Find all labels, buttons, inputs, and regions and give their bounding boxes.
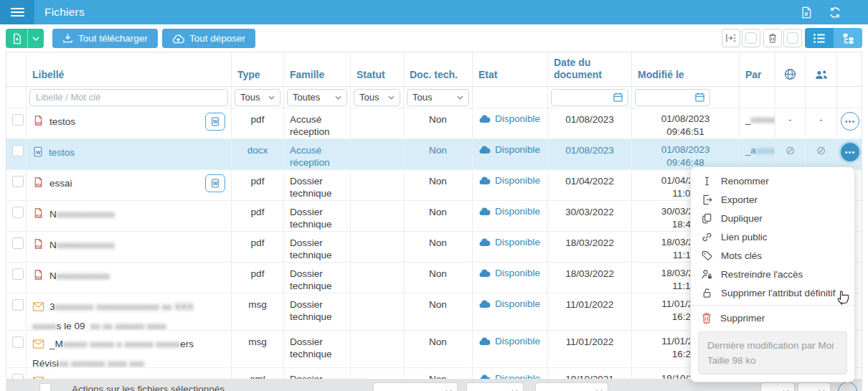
table-header-row: Libellé Type Famille Statut Doc. tech. E… bbox=[6, 52, 862, 87]
file-label[interactable]: Nxxxxxxxxxxx bbox=[49, 270, 110, 281]
statut-filter-select[interactable]: Tous bbox=[354, 89, 400, 106]
famille-filter-select[interactable]: Toutes bbox=[287, 89, 347, 106]
file-label-cell: 3xxxxxxxx xxxxxxxxxxxxx xx XXX xxxxxs le… bbox=[27, 293, 232, 330]
document-date-filter[interactable] bbox=[551, 89, 628, 106]
file-type-icon: PDF bbox=[32, 268, 44, 287]
doc-tech-cell: Non bbox=[404, 108, 473, 138]
cloud-icon bbox=[478, 114, 491, 123]
label-filter-input[interactable] bbox=[29, 89, 228, 106]
menu-item-remove-definitive-attribute[interactable]: Supprimer l'attribut définitif bbox=[691, 283, 854, 302]
row-checkbox[interactable] bbox=[12, 114, 24, 126]
row-checkbox-cell bbox=[6, 170, 27, 200]
word-version-button[interactable]: W bbox=[205, 113, 225, 131]
empty-checkbox[interactable] bbox=[787, 32, 798, 44]
list-view-button[interactable] bbox=[805, 28, 834, 48]
header-actions bbox=[837, 52, 863, 86]
svg-text:PDF: PDF bbox=[36, 121, 42, 125]
show-deleted-button[interactable] bbox=[763, 29, 782, 47]
row-checkbox[interactable] bbox=[12, 207, 24, 218]
file-plus-icon[interactable] bbox=[6, 29, 28, 48]
menu-item-rename[interactable]: Renommer bbox=[691, 171, 854, 190]
access-cell: - bbox=[806, 108, 837, 138]
row-checkbox[interactable] bbox=[12, 268, 24, 280]
row-checkbox[interactable] bbox=[12, 299, 24, 311]
table-row[interactable]: PDF testos W pdf Accusé réception Non Di… bbox=[6, 108, 862, 139]
file-label[interactable]: Nxxxxxxxxxxxx bbox=[49, 209, 115, 220]
header-type[interactable]: Type bbox=[232, 52, 284, 86]
etat-label: Disponible bbox=[495, 336, 540, 347]
header-etat[interactable]: Etat bbox=[473, 52, 548, 86]
row-actions-button[interactable]: ••• bbox=[841, 143, 859, 161]
doc-tech-filter-select[interactable]: Tous bbox=[407, 89, 469, 106]
word-version-button[interactable]: W bbox=[205, 174, 225, 192]
modified-date-filter[interactable] bbox=[635, 89, 710, 106]
header-libelle[interactable]: Libellé bbox=[27, 52, 232, 86]
refresh-icon[interactable] bbox=[828, 6, 842, 19]
row-checkbox[interactable] bbox=[12, 176, 24, 187]
menu-item-delete[interactable]: Supprimer bbox=[691, 308, 854, 327]
famille-cell: Dossier technique bbox=[284, 293, 351, 330]
header-statut[interactable]: Statut bbox=[351, 52, 404, 86]
download-all-button[interactable]: Tout télécharger bbox=[52, 29, 158, 48]
modified-date-cell: 01/08/202309:46:48 bbox=[632, 139, 740, 169]
menu-item-duplicate[interactable]: Dupliquer bbox=[691, 209, 854, 227]
bulk-action-select-4[interactable] bbox=[760, 382, 795, 391]
row-checkbox-cell bbox=[6, 263, 27, 293]
bulk-action-select-1[interactable] bbox=[373, 382, 458, 391]
menu-toggle-button[interactable] bbox=[0, 0, 34, 24]
file-type-icon: PDF bbox=[32, 207, 44, 225]
cloud-icon bbox=[478, 176, 491, 185]
header-public-link[interactable] bbox=[775, 52, 806, 86]
header-date-document[interactable]: Date du document bbox=[548, 52, 632, 86]
menu-item-keywords[interactable]: Mots clés bbox=[691, 246, 854, 265]
header-par[interactable]: Par bbox=[740, 52, 775, 86]
etat-label: Disponible bbox=[495, 237, 540, 248]
header-famille[interactable]: Famille bbox=[284, 52, 351, 86]
menu-item-public-link[interactable]: Lien public bbox=[691, 227, 854, 246]
file-label[interactable]: Nxxxxxxxxxxxx bbox=[49, 240, 115, 250]
doc-tech-cell: Non bbox=[404, 331, 473, 367]
bulk-action-select-5[interactable] bbox=[798, 382, 831, 391]
filter-row: Tous Toutes Tous Tous bbox=[6, 87, 862, 108]
excel-export-icon[interactable] bbox=[799, 6, 813, 19]
row-checkbox-cell bbox=[6, 139, 27, 169]
file-label[interactable]: _Mxxxxx xxxxx x xxxxxx xxxxxers Révisixx… bbox=[32, 339, 194, 367]
header-doc-tech[interactable]: Doc. tech. bbox=[404, 52, 473, 86]
tree-view-button[interactable] bbox=[834, 28, 862, 48]
row-checkbox[interactable] bbox=[12, 145, 24, 156]
menu-divider bbox=[691, 305, 854, 306]
menu-item-restrict-access[interactable]: Restreindre l'accès bbox=[691, 265, 854, 283]
header-access[interactable] bbox=[806, 52, 837, 86]
bulk-more-actions-button[interactable]: ••• bbox=[838, 382, 857, 391]
menu-item-export[interactable]: Exporter bbox=[691, 190, 854, 209]
header-modifie-le[interactable]: Modifié le bbox=[632, 52, 740, 86]
type-cell: pdf bbox=[232, 232, 284, 262]
new-file-split-button[interactable] bbox=[6, 29, 44, 48]
bulk-action-select-2[interactable] bbox=[466, 382, 524, 391]
public-link-icon bbox=[701, 231, 713, 243]
famille-cell: Dossier technique bbox=[284, 263, 351, 293]
row-actions-button[interactable]: ••• bbox=[841, 112, 859, 131]
row-checkbox[interactable] bbox=[12, 237, 24, 249]
file-label[interactable]: testos bbox=[49, 116, 75, 127]
file-label[interactable]: testos bbox=[49, 147, 75, 158]
table-row[interactable]: W testos docx Accusé réception Non Dispo… bbox=[6, 139, 862, 170]
row-checkbox[interactable] bbox=[12, 336, 24, 348]
row-checkbox-cell bbox=[6, 293, 27, 330]
file-label[interactable]: 3xxxxxxxx xxxxxxxxxxxxx xx XXX xxxxxs le… bbox=[32, 301, 194, 330]
upload-all-button[interactable]: Tout déposer bbox=[162, 29, 255, 48]
empty-checkbox[interactable] bbox=[745, 32, 757, 44]
show-deleted-checkbox[interactable] bbox=[783, 29, 802, 47]
users-group-icon bbox=[814, 69, 829, 81]
type-cell: pdf bbox=[232, 170, 284, 200]
expand-columns-button[interactable] bbox=[722, 29, 740, 47]
bulk-action-select-3[interactable] bbox=[535, 382, 608, 391]
file-label[interactable]: essai bbox=[49, 178, 72, 189]
document-date-cell: 01/04/2022 bbox=[548, 170, 632, 200]
etat-cell: Disponible bbox=[473, 232, 548, 262]
expand-columns-checkbox[interactable] bbox=[742, 29, 760, 47]
chevron-down-icon[interactable] bbox=[28, 29, 44, 48]
select-all-checkbox[interactable] bbox=[39, 383, 51, 391]
type-filter-select[interactable]: Tous bbox=[235, 89, 280, 106]
famille-cell: Dossier technique bbox=[284, 232, 351, 262]
